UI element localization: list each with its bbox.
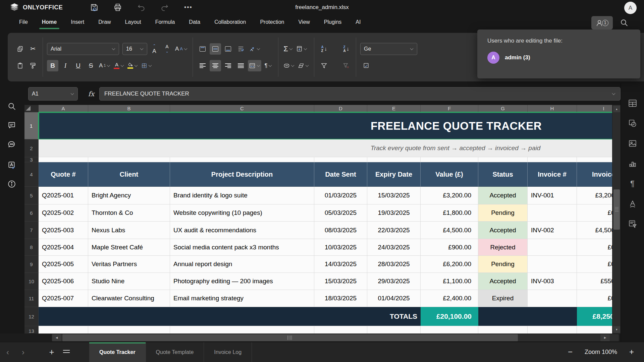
cell-project[interactable]: UX audit & recommendations — [170, 222, 314, 239]
row-header-3[interactable]: 3 — [24, 157, 39, 162]
cell-status[interactable]: Accepted — [478, 222, 528, 239]
cell-invoice-val[interactable]: £0.00 — [577, 290, 612, 307]
cell-settings-icon[interactable] — [627, 97, 639, 109]
empty-cell[interactable] — [577, 157, 612, 162]
text-art-settings-icon[interactable] — [627, 198, 639, 210]
vertical-scrollbar[interactable]: ▲ ▼ — [612, 105, 621, 334]
zoom-in-button[interactable]: + — [629, 347, 634, 357]
cell-project[interactable]: Social media content pack x3 months — [170, 239, 314, 256]
underline-button[interactable]: U — [72, 60, 84, 71]
row-header-9[interactable]: 9 — [24, 256, 39, 273]
cell-value[interactable]: £1,100.00 — [421, 273, 478, 290]
justify-icon[interactable] — [235, 60, 247, 71]
number-format-select[interactable]: Ge — [360, 43, 417, 55]
text-orientation-icon[interactable] — [248, 43, 261, 55]
row-header-10[interactable]: 10 — [24, 273, 39, 290]
cut-icon[interactable]: ✂ — [27, 43, 39, 55]
cell-project[interactable]: Photography editing — 200 images — [170, 273, 314, 290]
borders-icon[interactable] — [140, 60, 153, 71]
sheet-tab-invoice-log[interactable]: Invoice Log — [204, 342, 252, 362]
bold-button[interactable]: B — [47, 60, 58, 71]
slicer-settings-icon[interactable] — [627, 218, 639, 230]
cell-invoice-no[interactable]: INV-003 — [528, 273, 577, 290]
sheet-subtitle-cell[interactable]: Track every quote from sent → accepted →… — [39, 139, 612, 157]
row-header-2[interactable]: 2 — [24, 139, 39, 157]
table-header-client[interactable]: Client — [88, 162, 170, 187]
empty-cell[interactable] — [367, 326, 421, 334]
cell-name-box[interactable]: A1 — [28, 87, 78, 101]
empty-cell[interactable] — [39, 326, 88, 334]
undo-icon[interactable] — [137, 3, 146, 12]
redo-icon[interactable] — [160, 3, 169, 12]
cell-sent[interactable]: 01/03/2025 — [314, 187, 367, 204]
table-header-invoice-val[interactable]: Invoice — [577, 162, 612, 187]
cell-expiry[interactable]: 22/03/2025 — [367, 222, 421, 239]
row-header-6[interactable]: 6 — [24, 204, 39, 222]
empty-cell[interactable] — [478, 157, 528, 162]
column-header-c[interactable]: C — [170, 105, 314, 112]
column-header-f[interactable]: F — [421, 105, 478, 112]
empty-cell[interactable] — [170, 157, 314, 162]
cell-value[interactable]: £1,800.00 — [421, 204, 478, 222]
chat-icon[interactable] — [5, 138, 18, 151]
table-header-value[interactable]: Value (£) — [421, 162, 478, 187]
cell-invoice-val[interactable]: £0.00 — [577, 256, 612, 273]
cell-quote[interactable]: Q2025-001 — [39, 187, 88, 204]
cell-expiry[interactable]: 29/03/2025 — [367, 273, 421, 290]
tab-home[interactable]: Home — [41, 16, 57, 28]
align-bottom-icon[interactable] — [222, 43, 234, 55]
shape-settings-icon[interactable] — [627, 117, 639, 129]
clear-filter-icon[interactable] — [340, 60, 352, 71]
comments-icon[interactable] — [5, 119, 18, 132]
table-header-expiry[interactable]: Expiry Date — [367, 162, 421, 187]
italic-button[interactable]: I — [60, 60, 71, 71]
cell-project[interactable]: Annual report design — [170, 256, 314, 273]
empty-cell[interactable] — [577, 326, 612, 334]
font-size-select[interactable]: 16 — [122, 43, 147, 55]
cell-expiry[interactable]: 28/03/2025 — [367, 256, 421, 273]
sort-descending-icon[interactable]: ZA↓ — [340, 43, 352, 55]
scroll-down-icon[interactable]: ▼ — [613, 326, 620, 333]
empty-cell[interactable] — [528, 326, 577, 334]
cell-expiry[interactable]: 19/03/2025 — [367, 204, 421, 222]
info-icon[interactable] — [5, 178, 18, 190]
insert-function-button[interactable]: fx — [85, 88, 98, 100]
table-header-status[interactable]: Status — [478, 162, 528, 187]
cell-invoice-val[interactable]: £0.00 — [577, 204, 612, 222]
tab-file[interactable]: File — [18, 16, 29, 28]
column-header-d[interactable]: D — [314, 105, 367, 112]
horizontal-scroll-thumb[interactable] — [62, 334, 518, 341]
empty-cell[interactable] — [367, 157, 421, 162]
tab-formula[interactable]: Formula — [155, 16, 176, 28]
cell-sent[interactable]: 10/03/2025 — [314, 239, 367, 256]
font-color-icon[interactable]: A — [113, 60, 125, 71]
print-icon[interactable] — [113, 3, 122, 12]
column-header-i[interactable]: I — [577, 105, 612, 112]
empty-cell[interactable] — [170, 326, 314, 334]
autosum-icon[interactable]: Σ — [282, 43, 294, 55]
sheet-list-icon[interactable] — [59, 342, 74, 362]
cell-invoice-no[interactable] — [528, 290, 577, 307]
format-painter-icon[interactable] — [27, 60, 39, 71]
cell-value[interactable]: £3,200.00 — [421, 187, 478, 204]
row-header-11[interactable]: 11 — [24, 290, 39, 307]
font-name-select[interactable]: Arial — [47, 43, 119, 55]
align-middle-icon[interactable] — [210, 43, 221, 55]
cell-sent[interactable]: 15/03/2025 — [314, 273, 367, 290]
editing-users-button[interactable]: 1 — [591, 16, 613, 29]
tab-data[interactable]: Data — [188, 16, 201, 28]
find-icon[interactable] — [5, 100, 18, 113]
horizontal-scrollbar[interactable]: ◀ ▶ — [0, 334, 621, 342]
save-icon[interactable] — [90, 3, 99, 12]
cell-value[interactable]: £6,200.00 — [421, 256, 478, 273]
cell-quote[interactable]: Q2025-002 — [39, 204, 88, 222]
cell-client[interactable]: Veritas Partners — [88, 256, 170, 273]
cell-status[interactable]: Rejected — [478, 239, 528, 256]
align-center-icon[interactable] — [210, 60, 221, 71]
chart-settings-icon[interactable] — [627, 158, 639, 170]
sheet-prev-icon[interactable]: ‹ — [0, 342, 15, 362]
column-header-g[interactable]: G — [478, 105, 528, 112]
more-actions-button[interactable]: ••• — [183, 3, 193, 12]
row-header-13[interactable]: 13 — [24, 326, 39, 334]
cell-sent[interactable]: 18/03/2025 — [314, 290, 367, 307]
